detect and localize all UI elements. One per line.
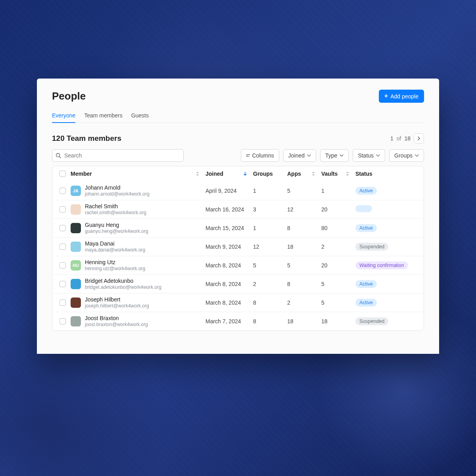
cell-groups: 1 [253, 225, 287, 231]
avatar [71, 223, 81, 233]
filter-groups-label: Groups [394, 152, 413, 159]
tab-team-members[interactable]: Team members [84, 110, 122, 123]
filter-groups[interactable]: Groups [389, 149, 424, 162]
cell-groups: 8 [253, 299, 287, 306]
page-current: 1 [390, 135, 393, 142]
row-checkbox[interactable] [60, 225, 66, 231]
select-all-checkbox[interactable] [60, 171, 66, 177]
cell-vaults: 80 [321, 225, 355, 231]
avatar: JA [71, 186, 81, 196]
cell-apps: 8 [287, 281, 321, 287]
status-badge: Waiting confirmation [355, 261, 408, 269]
filter-status-label: Status [358, 152, 374, 159]
cell-joined: March 8, 2024 [205, 262, 253, 269]
filter-joined[interactable]: Joined [283, 149, 316, 162]
member-name: Guanyu Heng [85, 222, 148, 228]
table-row: Joost Braxtonjoost.braxton@work4work.org… [52, 312, 424, 330]
cell-joined: March 8, 2024 [205, 281, 253, 287]
member-name: Joost Braxton [85, 315, 148, 322]
cell-vaults: 5 [321, 281, 355, 287]
table-row: Bridget Adetokunbobridget.adetokunbo@wor… [52, 274, 424, 293]
row-checkbox[interactable] [60, 262, 66, 269]
member-email: maya.danai@work4work.org [85, 247, 145, 253]
col-member[interactable]: Member [71, 171, 92, 177]
filter-joined-label: Joined [288, 152, 305, 159]
filter-type[interactable]: Type [320, 149, 349, 162]
row-checkbox[interactable] [60, 206, 66, 213]
cell-joined: March 15, 2024 [205, 225, 253, 231]
col-status[interactable]: Status [355, 171, 372, 177]
cell-vaults: 5 [321, 299, 355, 306]
cell-apps: 5 [287, 262, 321, 269]
add-people-label: Add people [390, 93, 418, 100]
table-row: Guanyu Hengguanyu.heng@work4work.orgMarc… [52, 219, 424, 237]
member-email: joost.braxton@work4work.org [85, 322, 148, 327]
status-badge: Active [355, 187, 377, 195]
status-badge: Active [355, 299, 377, 307]
cell-groups: 2 [253, 281, 287, 287]
table-row: Maya Danaimaya.danai@work4work.orgMarch … [52, 237, 424, 256]
status-badge: Active [355, 280, 377, 288]
tab-everyone[interactable]: Everyone [52, 110, 75, 123]
col-apps[interactable]: Apps [287, 171, 301, 177]
filter-status[interactable]: Status [353, 149, 385, 162]
member-name: Joseph Hilbert [85, 296, 149, 303]
row-checkbox[interactable] [60, 281, 66, 287]
chevron-down-icon [340, 154, 344, 157]
col-vaults[interactable]: Vaults [321, 171, 338, 177]
pagination: 1 of 18 [390, 133, 424, 144]
columns-button[interactable]: Columns [241, 149, 279, 162]
member-email: guanyu.heng@work4work.org [85, 228, 148, 234]
search-wrap [52, 149, 184, 162]
cell-groups: 8 [253, 318, 287, 324]
cell-joined: March 9, 2024 [205, 244, 253, 250]
cell-joined: March 7, 2024 [205, 318, 253, 324]
cell-groups: 3 [253, 206, 287, 213]
table-row: HUHenning Utzhenning.utz@work4work.orgMa… [52, 256, 424, 274]
status-badge: Suspended [355, 317, 388, 325]
svg-line-1 [60, 157, 61, 158]
member-email: joseph.hilbert@work4work.org [85, 303, 149, 309]
member-count-title: 120 Team members [52, 134, 121, 143]
cell-apps: 18 [287, 244, 321, 250]
member-name: Bridget Adetokunbo [85, 278, 161, 284]
plus-icon: + [384, 92, 388, 100]
cell-groups: 1 [253, 188, 287, 194]
member-name: Rachel Smith [85, 203, 146, 210]
cell-joined: March 16, 2024 [205, 206, 253, 213]
table-header-row: Member Joined Groups Apps Vaults [52, 166, 424, 181]
page-total: 18 [404, 135, 411, 142]
row-checkbox[interactable] [60, 318, 66, 324]
col-joined[interactable]: Joined [205, 171, 223, 177]
page-of: of [397, 135, 401, 142]
row-checkbox[interactable] [60, 244, 66, 250]
members-table: Member Joined Groups Apps Vaults [52, 166, 424, 331]
member-name: Henning Utz [85, 259, 145, 266]
sort-icon [345, 171, 350, 176]
col-groups[interactable]: Groups [253, 171, 273, 177]
member-email: johann.arnold@work4work.org [85, 191, 150, 197]
cell-apps: 8 [287, 225, 321, 231]
avatar [71, 298, 81, 308]
member-name: Maya Danai [85, 240, 145, 247]
add-people-button[interactable]: + Add people [379, 90, 424, 103]
sort-icon [311, 171, 316, 176]
chevron-down-icon [376, 154, 380, 157]
avatar [71, 242, 81, 252]
row-checkbox[interactable] [60, 188, 66, 194]
search-input[interactable] [52, 149, 184, 162]
member-email: bridget.adetokunbo@work4work.org [85, 284, 161, 290]
cell-vaults: 18 [321, 318, 355, 324]
table-row: Joseph Hilbertjoseph.hilbert@work4work.o… [52, 293, 424, 312]
row-checkbox[interactable] [60, 299, 66, 306]
table-row: Rachel Smithrachel.smith@work4work.orgMa… [52, 200, 424, 219]
columns-label: Columns [252, 152, 274, 159]
tab-guests[interactable]: Guests [131, 110, 149, 123]
status-badge: Active [355, 224, 377, 232]
cell-groups: 5 [253, 262, 287, 269]
chevron-right-icon [417, 136, 421, 140]
avatar: HU [71, 260, 81, 271]
next-page-button[interactable] [414, 133, 424, 144]
filter-type-label: Type [325, 152, 337, 159]
chevron-down-icon [307, 154, 311, 157]
